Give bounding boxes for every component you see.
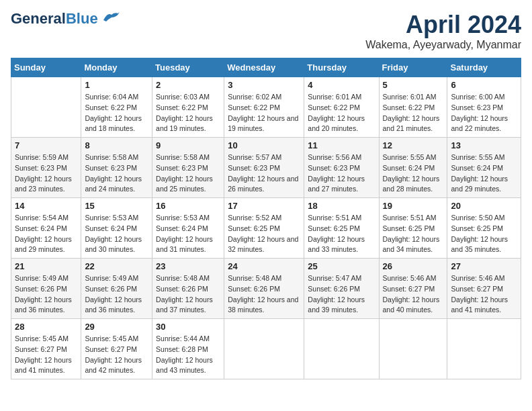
day-number: 13 <box>451 140 517 150</box>
day-info: Sunrise: 5:51 AMSunset: 6:25 PMDaylight:… <box>308 213 375 255</box>
calendar-header-row: SundayMondayTuesdayWednesdayThursdayFrid… <box>11 58 521 77</box>
day-number: 9 <box>156 140 220 150</box>
calendar-week-row: 28Sunrise: 5:45 AMSunset: 6:27 PMDayligh… <box>11 319 521 379</box>
day-info: Sunrise: 6:02 AMSunset: 6:22 PMDaylight:… <box>228 92 300 134</box>
day-info: Sunrise: 6:00 AMSunset: 6:23 PMDaylight:… <box>451 92 517 134</box>
day-info: Sunrise: 5:55 AMSunset: 6:24 PMDaylight:… <box>451 152 517 195</box>
day-number: 14 <box>15 201 77 211</box>
calendar-cell: 29Sunrise: 5:45 AMSunset: 6:27 PMDayligh… <box>81 319 152 379</box>
calendar-cell: 15Sunrise: 5:53 AMSunset: 6:24 PMDayligh… <box>81 198 152 259</box>
calendar-cell: 1Sunrise: 6:04 AMSunset: 6:22 PMDaylight… <box>81 77 152 138</box>
calendar-cell: 24Sunrise: 5:48 AMSunset: 6:26 PMDayligh… <box>224 259 304 319</box>
day-number: 24 <box>228 261 300 271</box>
day-number: 17 <box>228 201 300 211</box>
calendar-cell: 9Sunrise: 5:58 AMSunset: 6:23 PMDaylight… <box>152 138 224 198</box>
day-number: 16 <box>156 201 220 211</box>
calendar-cell: 2Sunrise: 6:03 AMSunset: 6:22 PMDaylight… <box>152 77 224 138</box>
calendar-cell: 11Sunrise: 5:56 AMSunset: 6:23 PMDayligh… <box>304 138 379 198</box>
day-info: Sunrise: 5:48 AMSunset: 6:26 PMDaylight:… <box>228 273 300 316</box>
day-info: Sunrise: 5:45 AMSunset: 6:27 PMDaylight:… <box>15 334 77 376</box>
calendar-cell: 21Sunrise: 5:49 AMSunset: 6:26 PMDayligh… <box>11 259 81 319</box>
weekday-header: Sunday <box>11 58 81 77</box>
calendar-cell <box>447 319 521 379</box>
weekday-header: Thursday <box>304 58 379 77</box>
calendar-cell: 16Sunrise: 5:53 AMSunset: 6:24 PMDayligh… <box>152 198 224 259</box>
day-number: 10 <box>228 140 300 150</box>
day-info: Sunrise: 5:59 AMSunset: 6:23 PMDaylight:… <box>15 152 77 195</box>
day-info: Sunrise: 5:51 AMSunset: 6:25 PMDaylight:… <box>383 213 444 255</box>
day-number: 11 <box>308 140 375 150</box>
calendar-cell: 23Sunrise: 5:48 AMSunset: 6:26 PMDayligh… <box>152 259 224 319</box>
day-info: Sunrise: 5:45 AMSunset: 6:27 PMDaylight:… <box>85 334 148 376</box>
day-info: Sunrise: 5:48 AMSunset: 6:26 PMDaylight:… <box>156 273 220 316</box>
calendar-cell: 7Sunrise: 5:59 AMSunset: 6:23 PMDaylight… <box>11 138 81 198</box>
calendar-cell: 22Sunrise: 5:49 AMSunset: 6:26 PMDayligh… <box>81 259 152 319</box>
day-number: 12 <box>383 140 444 150</box>
day-info: Sunrise: 5:46 AMSunset: 6:27 PMDaylight:… <box>383 273 444 316</box>
day-number: 29 <box>85 322 148 332</box>
logo-text: GeneralBlue <box>11 11 98 27</box>
day-number: 3 <box>228 80 300 90</box>
day-info: Sunrise: 6:04 AMSunset: 6:22 PMDaylight:… <box>85 92 148 134</box>
calendar-cell: 4Sunrise: 6:01 AMSunset: 6:22 PMDaylight… <box>304 77 379 138</box>
day-info: Sunrise: 5:56 AMSunset: 6:23 PMDaylight:… <box>308 152 375 195</box>
day-number: 1 <box>85 80 148 90</box>
calendar-cell: 28Sunrise: 5:45 AMSunset: 6:27 PMDayligh… <box>11 319 81 379</box>
day-info: Sunrise: 5:53 AMSunset: 6:24 PMDaylight:… <box>156 213 220 255</box>
day-number: 26 <box>383 261 444 271</box>
day-number: 23 <box>156 261 220 271</box>
day-number: 21 <box>15 261 77 271</box>
calendar-week-row: 21Sunrise: 5:49 AMSunset: 6:26 PMDayligh… <box>11 259 521 319</box>
day-info: Sunrise: 5:54 AMSunset: 6:24 PMDaylight:… <box>15 213 77 255</box>
calendar-cell: 8Sunrise: 5:58 AMSunset: 6:23 PMDaylight… <box>81 138 152 198</box>
calendar-cell: 27Sunrise: 5:46 AMSunset: 6:27 PMDayligh… <box>447 259 521 319</box>
location: Wakema, Ayeyarwady, Myanmar <box>365 39 521 51</box>
calendar-cell: 5Sunrise: 6:01 AMSunset: 6:22 PMDaylight… <box>379 77 447 138</box>
title-block: April 2024 Wakema, Ayeyarwady, Myanmar <box>365 11 521 51</box>
calendar-cell: 17Sunrise: 5:52 AMSunset: 6:25 PMDayligh… <box>224 198 304 259</box>
day-number: 20 <box>451 201 517 211</box>
day-info: Sunrise: 5:52 AMSunset: 6:25 PMDaylight:… <box>228 213 300 255</box>
day-info: Sunrise: 6:01 AMSunset: 6:22 PMDaylight:… <box>383 92 444 134</box>
day-info: Sunrise: 5:55 AMSunset: 6:24 PMDaylight:… <box>383 152 444 195</box>
day-info: Sunrise: 5:58 AMSunset: 6:23 PMDaylight:… <box>156 152 220 195</box>
weekday-header: Saturday <box>447 58 521 77</box>
calendar-cell: 6Sunrise: 6:00 AMSunset: 6:23 PMDaylight… <box>447 77 521 138</box>
calendar-cell: 25Sunrise: 5:47 AMSunset: 6:26 PMDayligh… <box>304 259 379 319</box>
day-info: Sunrise: 6:03 AMSunset: 6:22 PMDaylight:… <box>156 92 220 134</box>
calendar-cell: 30Sunrise: 5:44 AMSunset: 6:28 PMDayligh… <box>152 319 224 379</box>
day-number: 7 <box>15 140 77 150</box>
logo: GeneralBlue <box>11 11 121 27</box>
weekday-header: Monday <box>81 58 152 77</box>
day-number: 6 <box>451 80 517 90</box>
weekday-header: Tuesday <box>152 58 224 77</box>
calendar-cell: 14Sunrise: 5:54 AMSunset: 6:24 PMDayligh… <box>11 198 81 259</box>
day-number: 15 <box>85 201 148 211</box>
day-number: 22 <box>85 261 148 271</box>
weekday-header: Friday <box>379 58 447 77</box>
calendar-cell: 20Sunrise: 5:50 AMSunset: 6:25 PMDayligh… <box>447 198 521 259</box>
day-number: 4 <box>308 80 375 90</box>
calendar-table: SundayMondayTuesdayWednesdayThursdayFrid… <box>11 58 521 379</box>
day-number: 18 <box>308 201 375 211</box>
calendar-cell <box>379 319 447 379</box>
day-number: 25 <box>308 261 375 271</box>
calendar-cell: 12Sunrise: 5:55 AMSunset: 6:24 PMDayligh… <box>379 138 447 198</box>
day-info: Sunrise: 5:46 AMSunset: 6:27 PMDaylight:… <box>451 273 517 316</box>
logo-bird-icon <box>102 11 121 26</box>
day-info: Sunrise: 5:44 AMSunset: 6:28 PMDaylight:… <box>156 334 220 376</box>
day-number: 19 <box>383 201 444 211</box>
day-number: 5 <box>383 80 444 90</box>
day-info: Sunrise: 5:53 AMSunset: 6:24 PMDaylight:… <box>85 213 148 255</box>
day-info: Sunrise: 5:47 AMSunset: 6:26 PMDaylight:… <box>308 273 375 316</box>
page-header: GeneralBlue April 2024 Wakema, Ayeyarwad… <box>11 11 521 51</box>
day-info: Sunrise: 5:50 AMSunset: 6:25 PMDaylight:… <box>451 213 517 255</box>
calendar-cell <box>304 319 379 379</box>
calendar-week-row: 7Sunrise: 5:59 AMSunset: 6:23 PMDaylight… <box>11 138 521 198</box>
calendar-cell: 10Sunrise: 5:57 AMSunset: 6:23 PMDayligh… <box>224 138 304 198</box>
calendar-cell: 13Sunrise: 5:55 AMSunset: 6:24 PMDayligh… <box>447 138 521 198</box>
day-number: 30 <box>156 322 220 332</box>
day-number: 2 <box>156 80 220 90</box>
day-number: 27 <box>451 261 517 271</box>
day-info: Sunrise: 5:49 AMSunset: 6:26 PMDaylight:… <box>85 273 148 316</box>
